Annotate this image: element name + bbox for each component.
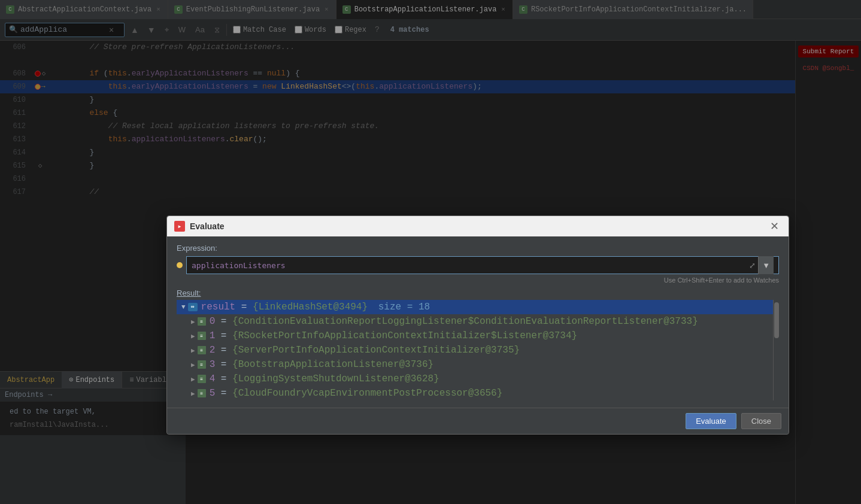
item5-expand-arrow[interactable]: ▶ <box>191 390 195 397</box>
modal-body: Expression: applicationListeners ⤢ ▼ Use… <box>167 236 789 408</box>
result-item-4-text: 4 = {LoggingSystemShutdownListener@3628} <box>210 374 439 384</box>
scroll-thumb[interactable] <box>774 302 779 338</box>
item0-expand-arrow[interactable]: ▶ <box>191 318 195 326</box>
list-icon-4: ≡ <box>198 375 206 383</box>
result-item-4[interactable]: ▶ ≡ 4 = {LoggingSystemShutdownListener@3… <box>177 372 773 386</box>
result-root-key: result = {LinkedHashSet@3494} <box>201 302 368 312</box>
result-list: ▼ ∞ result = {LinkedHashSet@3494} size =… <box>177 300 773 400</box>
result-item-2-text: 2 = {ServerPortInfoApplicationContextIni… <box>210 345 520 356</box>
list-icon-3: ≡ <box>198 360 206 369</box>
modal-app-icon <box>174 221 185 232</box>
item2-expand-arrow[interactable]: ▶ <box>191 347 195 354</box>
list-icon-0: ≡ <box>198 317 206 326</box>
expression-text: applicationListeners <box>192 261 747 270</box>
evaluate-button[interactable]: Evaluate <box>686 413 736 429</box>
modal-title: Evaluate <box>190 221 225 231</box>
list-icon-5: ≡ <box>198 389 206 397</box>
expression-label: Expression: <box>177 244 779 253</box>
result-item-3-text: 3 = {BootstrapApplicationListener@3736} <box>210 359 433 370</box>
result-item-5-text: 5 = {CloudFoundryVcapEnvironmentPostProc… <box>210 388 503 399</box>
root-expand-arrow[interactable]: ▼ <box>181 303 186 311</box>
expression-expand-button[interactable]: ⤢ <box>747 261 758 270</box>
result-item-3[interactable]: ▶ ≡ 3 = {BootstrapApplicationListener@37… <box>177 357 773 372</box>
result-root-row[interactable]: ▼ ∞ result = {LinkedHashSet@3494} size =… <box>177 300 773 314</box>
list-icon-1: ≡ <box>198 332 206 340</box>
item4-expand-arrow[interactable]: ▶ <box>191 375 195 383</box>
result-item-0-text: 0 = {ConditionEvaluationReportLoggingLis… <box>210 316 698 327</box>
scroll-track[interactable] <box>773 300 779 400</box>
expression-input-box[interactable]: applicationListeners ⤢ ▼ <box>186 256 779 274</box>
result-label: Result: <box>177 289 779 297</box>
yellow-dot-icon <box>177 262 183 268</box>
item1-expand-arrow[interactable]: ▶ <box>191 332 195 340</box>
result-root-meta: size = 18 <box>378 302 430 312</box>
modal-title-wrap: Evaluate <box>174 221 225 232</box>
modal-footer: Evaluate Close <box>167 408 789 434</box>
close-modal-button[interactable]: Close <box>741 413 781 429</box>
expression-dropdown-button[interactable]: ▼ <box>758 256 774 274</box>
result-item-0[interactable]: ▶ ≡ 0 = {ConditionEvaluationReportLoggin… <box>177 314 773 329</box>
list-icon-2: ≡ <box>198 346 206 354</box>
modal-header: Evaluate ✕ <box>167 216 789 236</box>
oo-icon-root: ∞ <box>188 303 198 311</box>
result-item-5[interactable]: ▶ ≡ 5 = {CloudFoundryVcapEnvironmentPost… <box>177 386 773 400</box>
item3-expand-arrow[interactable]: ▶ <box>191 361 195 369</box>
modal-close-button[interactable]: ✕ <box>768 221 781 232</box>
result-item-1[interactable]: ▶ ≡ 1 = {RSocketPortInfoApplicationConte… <box>177 329 773 343</box>
expression-input-wrap: applicationListeners ⤢ ▼ <box>177 256 779 274</box>
result-tree-container: ▼ ∞ result = {LinkedHashSet@3494} size =… <box>177 300 779 400</box>
result-item-1-text: 1 = {RSocketPortInfoApplicationContextIn… <box>210 330 578 341</box>
evaluate-modal: Evaluate ✕ Expression: applicationListen… <box>166 215 789 435</box>
hint-text: Use Ctrl+Shift+Enter to add to Watches <box>177 277 779 284</box>
result-item-2[interactable]: ▶ ≡ 2 = {ServerPortInfoApplicationContex… <box>177 343 773 357</box>
